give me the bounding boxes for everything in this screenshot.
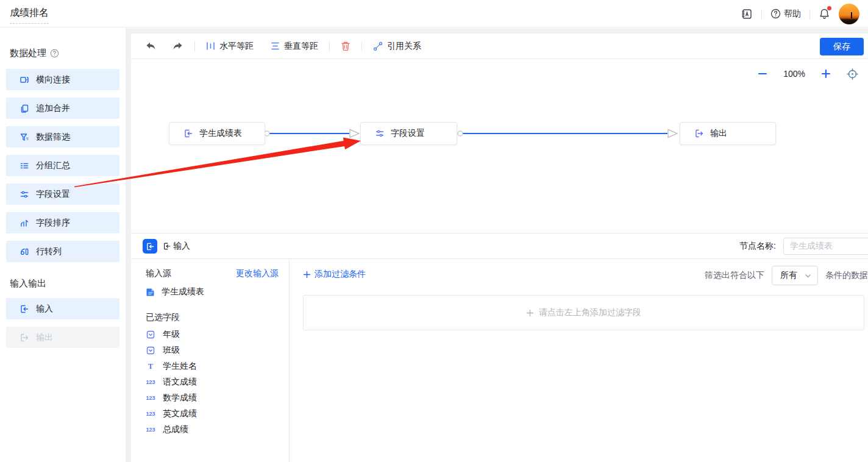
chevron-down-icon: [805, 272, 811, 279]
field-row-grade[interactable]: 年级: [146, 330, 279, 339]
horizontal-spacing-button[interactable]: 水平等距: [206, 41, 254, 52]
node-name-input[interactable]: [783, 238, 868, 255]
node-student-score-table[interactable]: 学生成绩表: [169, 122, 265, 145]
filter-match-row: 筛选出符合以下 所有 条件的数据: [705, 266, 868, 285]
io-title-text: 输入输出: [10, 278, 46, 290]
node-field-settings[interactable]: 字段设置: [360, 122, 457, 145]
app-root: 成绩排名 帮助: [0, 0, 868, 462]
vertical-spacing-button[interactable]: 垂直等距: [271, 41, 318, 52]
sidebar-item-input[interactable]: 输入: [6, 298, 119, 319]
help-icon: [770, 9, 781, 19]
flow-canvas[interactable]: 100%: [131, 59, 868, 233]
filter-empty-dropzone[interactable]: 请点击左上角添加过滤字段: [303, 295, 864, 330]
plus-icon: [303, 271, 311, 279]
processing-title-text: 数据处理: [10, 48, 46, 59]
input-icon: [183, 129, 193, 138]
divider: [761, 9, 762, 19]
select-field-icon: [146, 346, 155, 355]
match-mode-value: 所有: [780, 270, 797, 281]
table-file-icon: [146, 287, 155, 297]
append-icon: [20, 104, 29, 113]
processing-list: 横向连接 追加合并 数据筛选: [6, 69, 119, 262]
section-help-icon[interactable]: [50, 49, 59, 58]
input-source-panel: 输入源 更改输入源 学生成绩表 已选字段 年级: [131, 260, 290, 462]
sidebar-item-field-sort[interactable]: 字段排序: [6, 212, 119, 233]
field-name: 总成绩: [163, 424, 188, 435]
source-item[interactable]: 学生成绩表: [146, 286, 279, 297]
flow-edges: [131, 59, 868, 233]
io-list: 输入 输出: [6, 298, 119, 348]
sidebar-item-append[interactable]: 追加合并: [6, 98, 119, 119]
help-label: 帮助: [784, 9, 801, 20]
change-source-link[interactable]: 更改输入源: [236, 268, 279, 279]
match-mode-select[interactable]: 所有: [772, 266, 818, 285]
sidebar-item-label: 追加合并: [36, 103, 70, 114]
page-title[interactable]: 成绩排名: [10, 7, 49, 24]
field-row-chinese-score[interactable]: 123 语文成绩: [146, 378, 279, 386]
sidebar-item-transpose[interactable]: 行转列: [6, 241, 119, 262]
notifications-button[interactable]: [819, 8, 830, 20]
redo-icon[interactable]: [172, 41, 183, 51]
divider: [809, 9, 810, 19]
match-suffix: 条件的数据: [825, 270, 868, 281]
node-label: 学生成绩表: [199, 128, 242, 139]
sidebar: 数据处理 横向连接: [0, 28, 126, 462]
field-row-student-name[interactable]: T 学生姓名: [146, 362, 279, 371]
save-button[interactable]: 保存: [820, 38, 864, 55]
processing-section-title: 数据处理: [10, 48, 119, 59]
field-row-math-score[interactable]: 123 数学成绩: [146, 394, 279, 402]
field-row-english-score[interactable]: 123 英文成绩: [146, 410, 279, 418]
field-name: 语文成绩: [163, 377, 197, 388]
number-field-icon: 123: [146, 411, 155, 417]
panel-tab-label: 输入: [163, 233, 190, 259]
field-sort-icon: [20, 218, 29, 228]
reference-relations-label: 引用关系: [387, 41, 421, 52]
config-panel: 输入 节点名称: 输入源 更改输入源 学生成绩表 已选字段: [131, 233, 868, 462]
sidebar-item-field-settings[interactable]: 字段设置: [6, 183, 119, 205]
field-name: 学生姓名: [163, 361, 197, 372]
add-filter-button[interactable]: 添加过滤条件: [303, 269, 366, 280]
plus-icon: [526, 309, 534, 317]
io-section-title: 输入输出: [10, 278, 119, 290]
source-title: 输入源: [146, 268, 171, 279]
field-row-class[interactable]: 班级: [146, 346, 279, 355]
help-button[interactable]: 帮助: [770, 9, 801, 20]
sidebar-item-filter[interactable]: 数据筛选: [6, 126, 119, 147]
node-label: 字段设置: [391, 128, 425, 139]
node-name-group: 节点名称:: [739, 238, 868, 255]
node-output[interactable]: 输出: [680, 122, 776, 145]
input-icon: [146, 242, 155, 251]
sidebar-item-label: 横向连接: [36, 74, 70, 85]
horizontal-spacing-label: 水平等距: [219, 41, 254, 52]
divider: [361, 41, 362, 52]
vertical-spacing-icon: [271, 41, 280, 51]
sidebar-item-label: 分组汇总: [36, 160, 70, 171]
input-tab-button[interactable]: [143, 239, 157, 254]
number-field-icon: 123: [146, 395, 155, 401]
group-summary-icon: [20, 161, 29, 171]
delete-icon[interactable]: [341, 41, 350, 51]
field-row-total-score[interactable]: 123 总成绩: [146, 425, 279, 434]
sidebar-item-join[interactable]: 横向连接: [6, 69, 119, 90]
topbar-actions: 帮助: [741, 0, 859, 27]
divider: [194, 41, 195, 52]
sidebar-item-group[interactable]: 分组汇总: [6, 155, 119, 176]
filter-empty-text: 请点击左上角添加过滤字段: [539, 307, 641, 318]
output-icon: [694, 129, 704, 138]
node-label: 输出: [710, 128, 727, 139]
field-settings-icon: [20, 190, 29, 199]
number-field-icon: 123: [146, 379, 155, 385]
select-field-icon: [146, 330, 155, 339]
avatar[interactable]: [839, 4, 859, 24]
divider: [329, 41, 330, 52]
selected-fields-title: 已选字段: [146, 312, 279, 323]
undo-icon[interactable]: [145, 41, 157, 51]
glossary-icon[interactable]: [741, 8, 753, 20]
sidebar-item-label: 输入: [36, 304, 53, 315]
input-icon: [163, 242, 171, 251]
reference-relations-icon: [373, 41, 383, 51]
filter-icon: [20, 132, 29, 142]
reference-relations-button[interactable]: 引用关系: [373, 41, 421, 52]
top-bar: 成绩排名 帮助: [0, 0, 868, 27]
sidebar-item-label: 字段排序: [36, 218, 70, 229]
